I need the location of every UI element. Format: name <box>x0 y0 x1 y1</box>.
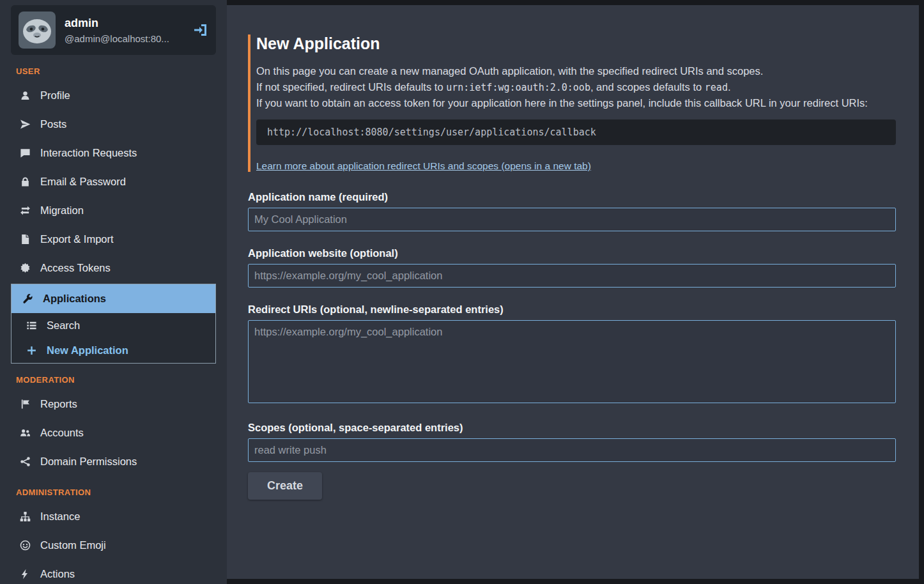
application-website-input[interactable] <box>248 264 896 288</box>
learn-more-link[interactable]: Learn more about application redirect UR… <box>256 160 591 171</box>
section-label-user: USER <box>16 66 215 76</box>
users-icon <box>20 427 31 438</box>
sidebar-item-label: Accounts <box>40 426 84 440</box>
intro-text-line2: If not specified, redirect URIs defaults… <box>256 79 896 95</box>
sidebar-item-label: Search <box>47 319 80 332</box>
applications-group: Applications Search New Application <box>11 284 216 364</box>
file-icon <box>20 234 31 245</box>
inline-code-read: read <box>705 82 728 93</box>
page-intro: New Application On this page you can cre… <box>248 35 896 172</box>
inline-code-oob: urn:ietf:wg:oauth:2.0:oob <box>446 82 590 93</box>
comment-icon <box>20 148 31 158</box>
sidebar-item-label: Custom Emoji <box>40 539 106 552</box>
sidebar-item-actions[interactable]: Actions <box>0 560 227 584</box>
sidebar-item-email-password[interactable]: Email & Password <box>0 167 227 196</box>
flag-icon <box>20 399 31 410</box>
user-meta: admin @admin@localhost:80... <box>65 17 184 44</box>
sidebar-item-applications[interactable]: Applications <box>12 284 215 313</box>
sidebar-item-interaction-requests[interactable]: Interaction Requests <box>0 139 227 167</box>
smile-icon <box>20 540 31 551</box>
sidebar-item-export-import[interactable]: Export & Import <box>0 225 227 254</box>
settings-page: admin @admin@localhost:80... USER Profil… <box>0 0 924 584</box>
intro-text: , and scopes defaults to <box>590 81 705 93</box>
bolt-icon <box>20 569 31 580</box>
sidebar-item-label: Email & Password <box>40 175 126 188</box>
page-title: New Application <box>256 35 896 53</box>
sidebar-item-profile[interactable]: Profile <box>0 81 227 110</box>
sidebar-item-label: New Application <box>47 344 128 357</box>
sidebar-item-applications-search[interactable]: Search <box>12 313 215 338</box>
sidebar-item-instance[interactable]: Instance <box>0 502 227 531</box>
section-label-administration: ADMINISTRATION <box>16 488 215 497</box>
list-icon <box>26 320 37 331</box>
sidebar-item-custom-emoji[interactable]: Custom Emoji <box>0 531 227 560</box>
sidebar-item-migration[interactable]: Migration <box>0 196 227 225</box>
application-name-label: Application name (required) <box>248 191 896 203</box>
application-name-input[interactable] <box>248 208 896 231</box>
sidebar-item-reports[interactable]: Reports <box>0 390 227 419</box>
sidebar-item-new-application[interactable]: New Application <box>12 338 215 363</box>
intro-text-line1: On this page you can create a new manage… <box>256 63 896 79</box>
application-website-field: Application website (optional) <box>248 247 896 288</box>
scopes-field: Scopes (optional, space-separated entrie… <box>248 422 896 462</box>
wrench-icon <box>22 293 33 304</box>
user-icon <box>20 90 31 101</box>
sidebar-item-label: Applications <box>43 292 106 305</box>
certificate-icon <box>20 263 31 273</box>
intro-text: If not specified, redirect URIs defaults… <box>256 81 446 93</box>
sidebar-item-label: Migration <box>40 204 84 217</box>
scopes-label: Scopes (optional, space-separated entrie… <box>248 422 896 434</box>
main-panel: New Application On this page you can cre… <box>227 5 919 579</box>
sidebar-item-label: Interaction Requests <box>40 146 137 160</box>
sidebar-item-label: Profile <box>40 89 70 102</box>
sidebar-item-label: Posts <box>40 118 66 131</box>
sidebar-item-accounts[interactable]: Accounts <box>0 419 227 447</box>
share-nodes-icon <box>20 456 31 467</box>
sidebar-item-label: Reports <box>40 397 77 411</box>
callback-url-code-block: http://localhost:8080/settings/user/appl… <box>256 119 896 145</box>
user-card[interactable]: admin @admin@localhost:80... <box>11 5 216 55</box>
sidebar-item-label: Instance <box>40 510 80 523</box>
redirect-uris-label: Redirect URIs (optional, newline-separat… <box>248 304 896 316</box>
intro-text-line3: If you want to obtain an access token fo… <box>256 95 896 111</box>
redirect-uris-textarea[interactable] <box>248 320 896 403</box>
sidebar-item-posts[interactable]: Posts <box>0 110 227 139</box>
section-label-moderation: MODERATION <box>16 375 215 385</box>
scopes-input[interactable] <box>248 438 896 462</box>
lock-icon <box>20 176 31 187</box>
sidebar-item-label: Actions <box>40 567 75 581</box>
avatar <box>19 12 56 49</box>
sitemap-icon <box>20 511 31 522</box>
plus-icon <box>26 345 37 356</box>
sidebar-item-domain-permissions[interactable]: Domain Permissions <box>0 447 227 476</box>
application-name-field: Application name (required) <box>248 191 896 231</box>
sidebar-item-access-tokens[interactable]: Access Tokens <box>0 254 227 282</box>
new-application-form: Application name (required) Application … <box>248 191 896 500</box>
user-handle: @admin@localhost:80... <box>65 33 184 44</box>
sidebar-item-label: Access Tokens <box>40 261 111 275</box>
logout-icon[interactable] <box>193 22 208 38</box>
redirect-uris-field: Redirect URIs (optional, newline-separat… <box>248 304 896 406</box>
intro-text: . <box>728 81 731 93</box>
sidebar-item-label: Export & Import <box>40 233 114 246</box>
sidebar-item-label: Domain Permissions <box>40 455 137 468</box>
user-name: admin <box>65 17 184 30</box>
create-button[interactable]: Create <box>248 472 322 500</box>
sidebar: admin @admin@localhost:80... USER Profil… <box>0 0 227 584</box>
application-website-label: Application website (optional) <box>248 247 896 259</box>
exchange-icon <box>20 205 31 216</box>
paper-plane-icon <box>20 119 31 130</box>
